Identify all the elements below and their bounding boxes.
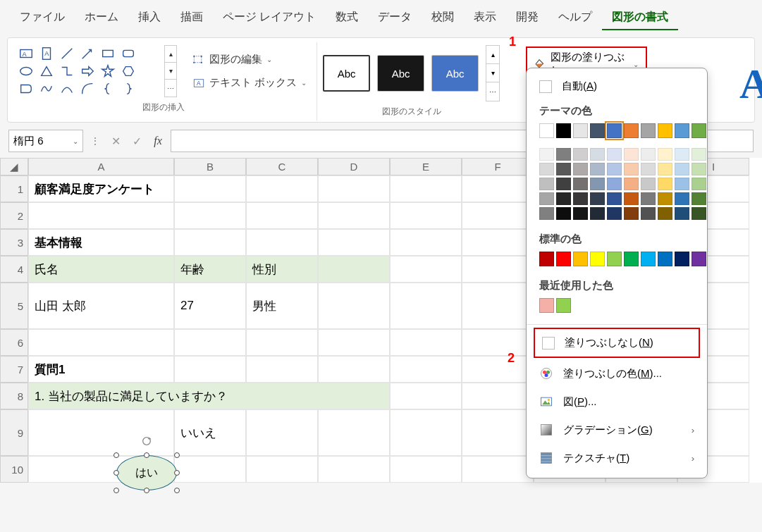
standard-color-swatch[interactable]	[624, 252, 639, 266]
theme-shade-swatch[interactable]	[675, 207, 689, 220]
row-header-10[interactable]: 10	[0, 456, 28, 483]
theme-color-swatch[interactable]	[556, 123, 571, 138]
cell-B5[interactable]: 27	[174, 283, 246, 329]
theme-shade-swatch[interactable]	[641, 207, 656, 220]
no-fill-option[interactable]: 塗りつぶしなし(N)	[534, 328, 700, 358]
style-gallery[interactable]: Abc Abc Abc ▴ ▾ ⋯	[323, 45, 500, 101]
theme-color-swatch[interactable]	[573, 123, 588, 138]
selected-shape-oval[interactable]: はい	[116, 455, 177, 490]
shape-rect-icon[interactable]	[98, 45, 118, 62]
shape-arrow-line-icon[interactable]	[78, 45, 97, 62]
shape-scroll-down[interactable]: ▾	[165, 63, 176, 80]
theme-shade-swatch[interactable]	[675, 178, 689, 190]
menu-page-layout[interactable]: ページ レイアウト	[213, 6, 326, 30]
col-header-F[interactable]: F	[462, 158, 534, 175]
resize-handle[interactable]	[174, 470, 180, 476]
theme-shade-swatch[interactable]	[658, 163, 672, 175]
row-header-2[interactable]: 2	[0, 202, 28, 229]
cell-C5[interactable]: 男性	[246, 283, 318, 329]
theme-shade-swatch[interactable]	[658, 178, 672, 190]
textbox-button[interactable]: A テキスト ボックス ⌄	[188, 73, 311, 92]
rotate-handle-icon[interactable]	[141, 435, 152, 447]
theme-shade-swatch[interactable]	[692, 207, 706, 220]
theme-shade-swatch[interactable]	[607, 163, 622, 175]
row-header-4[interactable]: 4	[0, 256, 28, 283]
theme-shade-swatch[interactable]	[624, 192, 639, 205]
theme-shade-swatch[interactable]	[556, 207, 571, 220]
theme-shade-swatch[interactable]	[573, 192, 588, 205]
shape-brace-l-icon[interactable]	[98, 80, 118, 97]
menu-review[interactable]: 校閲	[422, 6, 464, 30]
theme-shade-swatch[interactable]	[556, 148, 571, 161]
fill-auto-option[interactable]: 自動(A)	[527, 74, 707, 99]
shape-triangle-icon[interactable]	[37, 63, 56, 80]
theme-shade-swatch[interactable]	[590, 163, 605, 175]
theme-shade-swatch[interactable]	[641, 178, 656, 190]
theme-color-swatch[interactable]	[624, 123, 639, 138]
theme-color-swatch[interactable]	[675, 123, 689, 138]
name-box[interactable]: 楕円 6 ⌄	[8, 130, 83, 152]
menu-insert[interactable]: 挿入	[128, 6, 171, 30]
cancel-formula-button[interactable]: ✕	[107, 135, 124, 148]
menu-help[interactable]: ヘルプ	[548, 6, 602, 30]
recent-color-swatch[interactable]	[556, 298, 571, 313]
picture-fill-option[interactable]: 図(P)...	[527, 388, 707, 416]
style-swatch-1[interactable]: Abc	[323, 55, 370, 92]
theme-shade-swatch[interactable]	[641, 192, 656, 205]
resize-handle[interactable]	[144, 452, 149, 458]
select-all-corner[interactable]: ◢	[0, 158, 28, 175]
menu-shape-format[interactable]: 図形の書式	[602, 6, 678, 30]
accept-formula-button[interactable]: ✓	[128, 135, 145, 148]
shape-elbow-icon[interactable]	[57, 63, 77, 80]
style-swatch-2[interactable]: Abc	[377, 55, 424, 92]
standard-color-swatch[interactable]	[692, 252, 706, 266]
resize-handle[interactable]	[113, 470, 119, 476]
theme-shade-swatch[interactable]	[590, 148, 605, 161]
theme-shade-swatch[interactable]	[607, 192, 622, 205]
shape-curve-icon[interactable]	[78, 80, 97, 97]
theme-shade-swatch[interactable]	[590, 178, 605, 190]
theme-shade-swatch[interactable]	[692, 178, 706, 190]
cell-B4[interactable]: 年齢	[174, 256, 246, 283]
edit-shape-button[interactable]: 図形の編集 ⌄	[188, 50, 311, 69]
menu-data[interactable]: データ	[368, 6, 422, 30]
resize-handle[interactable]	[174, 488, 180, 493]
resize-handle[interactable]	[113, 452, 119, 458]
theme-shade-swatch[interactable]	[539, 178, 554, 190]
col-header-E[interactable]: E	[390, 158, 462, 175]
theme-color-swatch[interactable]	[590, 123, 605, 138]
theme-shade-swatch[interactable]	[624, 163, 639, 175]
shape-flowchart1-icon[interactable]	[16, 80, 36, 97]
theme-shade-swatch[interactable]	[539, 148, 554, 161]
shape-scroll-up[interactable]: ▴	[165, 46, 176, 63]
theme-shade-swatch[interactable]	[573, 207, 588, 220]
shape-line-icon[interactable]	[57, 45, 77, 62]
shape-arc-icon[interactable]	[57, 80, 77, 97]
shape-textbox-h-icon[interactable]: A	[16, 45, 36, 62]
theme-shade-swatch[interactable]	[590, 192, 605, 205]
menu-draw[interactable]: 描画	[171, 6, 213, 30]
resize-handle[interactable]	[174, 452, 180, 458]
theme-shade-swatch[interactable]	[675, 148, 689, 161]
shape-oval-icon[interactable]	[16, 63, 36, 80]
menu-developer[interactable]: 開発	[506, 6, 548, 30]
row-header-8[interactable]: 8	[0, 383, 28, 409]
row-header-7[interactable]: 7	[0, 356, 28, 383]
texture-fill-option[interactable]: テクスチャ(T) ›	[527, 444, 707, 472]
standard-color-swatch[interactable]	[573, 252, 588, 266]
resize-handle[interactable]	[144, 488, 149, 493]
theme-shade-swatch[interactable]	[658, 192, 672, 205]
shape-gallery-more[interactable]: ⋯	[165, 80, 176, 97]
col-header-C[interactable]: C	[246, 158, 318, 175]
theme-color-swatch[interactable]	[641, 123, 656, 138]
insert-function-button[interactable]: fx	[149, 135, 166, 147]
theme-shade-swatch[interactable]	[658, 148, 672, 161]
theme-shade-swatch[interactable]	[641, 163, 656, 175]
shape-textbox-v-icon[interactable]: A	[37, 45, 56, 62]
menu-file[interactable]: ファイル	[10, 6, 75, 30]
theme-shade-swatch[interactable]	[539, 192, 554, 205]
oval-shape[interactable]: はい	[116, 455, 177, 490]
theme-shade-swatch[interactable]	[692, 148, 706, 161]
theme-color-swatch[interactable]	[692, 123, 706, 138]
cell-A1[interactable]: 顧客満足度アンケート	[28, 175, 174, 202]
